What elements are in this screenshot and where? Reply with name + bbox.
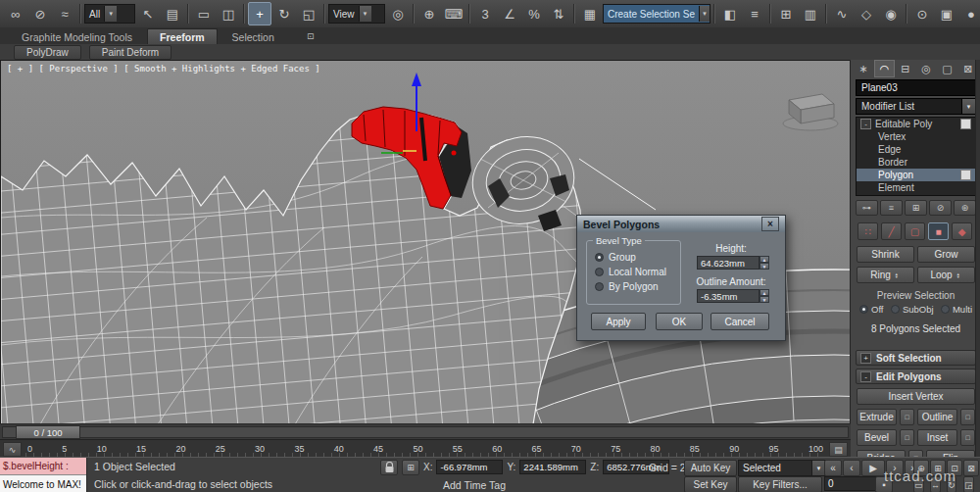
rendered-frame-window-icon[interactable]: ▣	[935, 2, 958, 25]
outline-settings-icon[interactable]: □	[960, 409, 975, 425]
preview-subobj-radio[interactable]	[891, 305, 900, 314]
select-and-manipulate-icon[interactable]: ⊕	[417, 2, 441, 25]
select-and-link-icon[interactable]: ∞	[4, 2, 27, 25]
edit-polygons-rollout[interactable]: - Edit Polygons	[856, 369, 976, 384]
extrude-settings-icon[interactable]: □	[900, 409, 914, 425]
insert-vertex-button[interactable]: Insert Vertex	[857, 388, 975, 405]
collapse-icon[interactable]: -	[860, 371, 871, 382]
panel-scrollbar[interactable]	[975, 60, 980, 457]
stack-item-border[interactable]: Border	[857, 156, 975, 169]
spinner-up-icon[interactable]: ▲	[760, 289, 769, 296]
track-bar[interactable]: ∿ 05101520253035404550556065707580859095…	[0, 439, 851, 458]
inset-settings-icon[interactable]: □	[960, 429, 975, 446]
stack-item-polygon[interactable]: Polygon	[857, 169, 975, 181]
unlink-selection-icon[interactable]: ⊘	[28, 2, 52, 25]
select-and-rotate-icon[interactable]: ↻	[272, 2, 296, 25]
select-by-name-icon[interactable]: ▤	[161, 2, 184, 25]
spinner-down-icon[interactable]: ▼	[893, 275, 901, 278]
preview-multi-option[interactable]: Multi	[941, 304, 972, 315]
preview-off-option[interactable]: Off	[859, 304, 884, 315]
named-selection-sets-dropdown[interactable]: Create Selection Se ▼	[603, 4, 710, 24]
outline-button[interactable]: Outline	[917, 409, 957, 425]
paint-deform-panel-button[interactable]: Paint Deform	[89, 45, 172, 60]
flip-button[interactable]: Flip	[926, 450, 975, 457]
time-slider-track[interactable]	[2, 426, 849, 438]
tab-freeform[interactable]: Freeform	[147, 28, 218, 44]
configure-modifier-sets-icon[interactable]: ⊛	[954, 200, 976, 216]
pin-stack-icon[interactable]: ⊶	[856, 200, 878, 216]
preview-off-radio[interactable]	[859, 305, 868, 314]
percent-snap-icon[interactable]: %	[522, 2, 546, 25]
dialog-titlebar[interactable]: Bevel Polygons ×	[577, 216, 785, 232]
extrude-button[interactable]: Extrude	[857, 409, 897, 425]
current-frame-field[interactable]: 0	[824, 476, 879, 491]
snap-toggle-3d-icon[interactable]: 3	[473, 2, 497, 25]
make-unique-icon[interactable]: ⊞	[905, 200, 927, 216]
absolute-mode-icon[interactable]: ⊞	[402, 460, 419, 475]
create-tab-icon[interactable]: ∗	[854, 60, 873, 77]
height-value[interactable]: 64.623mm	[697, 256, 760, 270]
select-and-move-icon[interactable]: +	[248, 2, 271, 25]
bind-to-space-warp-icon[interactable]: ≈	[53, 2, 76, 25]
bridge-button[interactable]: Bridge	[857, 450, 906, 457]
key-filters-button[interactable]: Key Filters...	[738, 476, 822, 492]
spinner-down-icon[interactable]: ▼	[760, 263, 769, 270]
spinner-snap-icon[interactable]: ⇅	[547, 2, 570, 25]
schematic-view-icon[interactable]: ◇	[855, 2, 878, 25]
mini-curve-editor-icon[interactable]: ∿	[3, 442, 22, 457]
mirror-icon[interactable]: ◧	[718, 2, 742, 25]
element-subobject-icon[interactable]: ◆	[952, 222, 972, 240]
window-crossing-icon[interactable]: ◫	[217, 2, 240, 25]
listener-line[interactable]: Welcome to MAX!	[0, 475, 86, 492]
stack-item-vertex[interactable]: Vertex	[857, 130, 975, 143]
auto-key-button[interactable]: Auto Key	[684, 460, 737, 476]
shrink-button[interactable]: Shrink	[857, 246, 914, 263]
trackbar-menu-icon[interactable]: ▤	[829, 442, 848, 457]
add-time-tag[interactable]: Add Time Tag	[443, 479, 506, 491]
selection-region-icon[interactable]: ▭	[192, 2, 216, 25]
motion-tab-icon[interactable]: ◎	[916, 60, 936, 77]
inset-button[interactable]: Inset	[917, 429, 957, 446]
spinner-down-icon[interactable]: ▼	[955, 275, 962, 278]
cancel-button[interactable]: Cancel	[710, 313, 769, 330]
object-name-field[interactable]: Plane03	[856, 79, 976, 96]
align-icon[interactable]: ≡	[743, 2, 766, 25]
polygon-subobject-icon[interactable]: ■	[928, 222, 949, 240]
edit-named-selection-sets-icon[interactable]: ▦	[578, 2, 602, 25]
close-icon[interactable]: ×	[761, 217, 779, 231]
modify-tab-icon[interactable]: ◠	[874, 60, 894, 77]
layer-manager-icon[interactable]: ⊞	[774, 2, 798, 25]
select-object-icon[interactable]: ↖	[136, 2, 160, 25]
go-to-start-icon[interactable]: «	[824, 460, 842, 476]
stack-item-element[interactable]: Element	[857, 181, 975, 194]
keyboard-override-icon[interactable]: ⌨	[442, 2, 466, 25]
spinner-up-icon[interactable]: ▲	[760, 256, 769, 263]
outline-amount-spinner[interactable]: -6.35mm ▲ ▼	[697, 289, 769, 303]
modifier-list-dropdown[interactable]: Modifier List ▼	[856, 98, 976, 115]
edge-subobject-icon[interactable]: ╱	[881, 222, 902, 240]
display-tab-icon[interactable]: ▢	[937, 60, 956, 77]
graphite-ribbon-toggle-icon[interactable]: ▥	[799, 2, 822, 25]
tab-graphite-modeling-tools[interactable]: Graphite Modeling Tools	[10, 29, 144, 44]
x-coordinate-field[interactable]: -66.978mm	[436, 460, 503, 474]
y-coordinate-field[interactable]: 2241.589mm	[519, 460, 586, 474]
set-key-button[interactable]: Set Key	[684, 476, 737, 492]
render-production-icon[interactable]: ●	[959, 2, 980, 25]
grow-button[interactable]: Grow	[917, 246, 975, 263]
preview-subobj-option[interactable]: SubObj	[891, 304, 934, 315]
key-set-dropdown[interactable]: Selected ▼	[738, 460, 826, 476]
stack-item-editable-poly[interactable]: - Editable Poly	[857, 118, 975, 130]
use-pivot-center-icon[interactable]: ◎	[386, 2, 410, 25]
stack-item-edge[interactable]: Edge	[857, 143, 975, 156]
height-spinner[interactable]: 64.623mm ▲ ▼	[697, 256, 769, 270]
border-subobject-icon[interactable]: ▢	[905, 222, 925, 240]
vertex-subobject-icon[interactable]: ∷	[858, 222, 878, 240]
bevel-button[interactable]: Bevel	[857, 429, 897, 446]
angle-snap-icon[interactable]: ∠	[498, 2, 521, 25]
tab-selection[interactable]: Selection	[220, 29, 286, 44]
selection-filter-dropdown[interactable]: All ▼	[84, 4, 135, 24]
outline-amount-value[interactable]: -6.35mm	[697, 289, 760, 303]
loop-spinner[interactable]: ▲ ▼	[955, 272, 962, 278]
ring-button[interactable]: Ring ▲ ▼	[857, 267, 914, 283]
polydraw-panel-button[interactable]: PolyDraw	[14, 45, 81, 60]
